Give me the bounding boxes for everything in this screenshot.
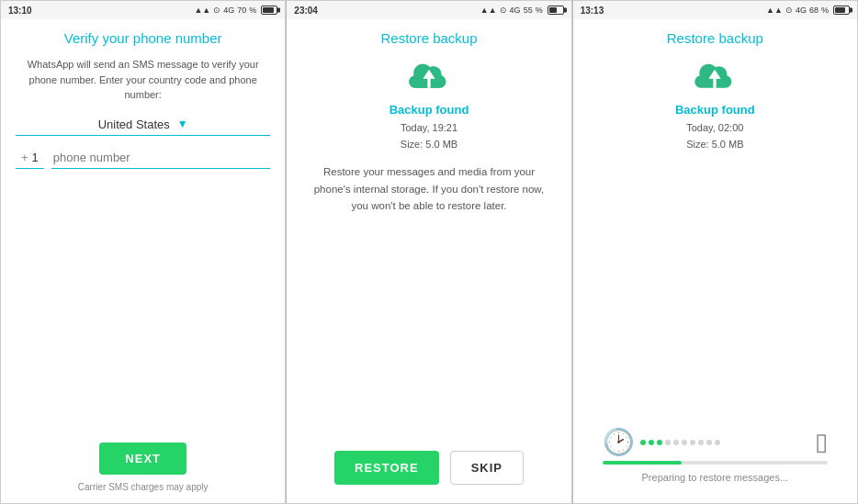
backup-date-3: Today, 02:00 xyxy=(686,122,743,133)
wifi-icon-3: ⊙ xyxy=(785,6,793,15)
wifi-icon-1: ⊙ xyxy=(213,6,220,15)
restore-button[interactable]: RESTORE xyxy=(334,451,439,485)
wifi-icon-2: ⊙ xyxy=(500,6,507,15)
backup-found-label-2: Backup found xyxy=(301,103,556,117)
battery-label-2: 55 xyxy=(524,6,533,15)
status-icons-3: ▲▲ ⊙ 4G 68 % xyxy=(766,6,850,15)
dots-line xyxy=(635,440,815,445)
signal-icon-1: ▲▲ xyxy=(194,6,210,15)
skip-button[interactable]: SKIP xyxy=(450,451,524,485)
backup-info-3: Today, 02:00 Size: 5.0 MB xyxy=(588,120,842,152)
screen-restore: 23:04 ▲▲ ⊙ 4G 55 % Restore backup xyxy=(286,0,571,504)
backup-info-2: Today, 19:21 Size: 5.0 MB xyxy=(301,120,556,152)
screen3-title: Restore backup xyxy=(588,30,842,46)
screen3-content: Restore backup Backup found Today, 02:00… xyxy=(573,19,857,503)
dot-9 xyxy=(706,440,712,445)
screen2-title: Restore backup xyxy=(301,30,556,46)
dot-8 xyxy=(698,440,704,445)
status-icons-2: ▲▲ ⊙ 4G 55 % xyxy=(480,6,564,15)
phone-outline-icon: ▯ xyxy=(815,428,828,456)
dot-1 xyxy=(640,440,646,445)
country-select-wrap[interactable]: United States ▼ xyxy=(16,118,270,136)
battery-label-3: 68 xyxy=(809,6,818,15)
signal-icon-2: ▲▲ xyxy=(480,6,497,15)
time-1: 13:10 xyxy=(8,6,32,16)
screen1-title: Verify your phone number xyxy=(16,30,270,46)
status-bar-2: 23:04 ▲▲ ⊙ 4G 55 % xyxy=(287,1,570,19)
dot-3 xyxy=(657,440,662,445)
country-code-box: + 1 xyxy=(16,147,44,169)
time-3: 13:13 xyxy=(581,6,604,16)
clock-icon: 🕑 xyxy=(603,427,635,457)
network-icon-3: 4G xyxy=(796,6,807,15)
restore-actions: RESTORE SKIP xyxy=(301,451,556,492)
progress-bar-wrap xyxy=(588,461,842,465)
backup-size-2: Size: 5.0 MB xyxy=(401,139,457,150)
network-icon-1: 4G xyxy=(223,6,234,15)
dot-10 xyxy=(715,440,720,445)
phone-number-input[interactable] xyxy=(51,147,271,169)
screens-container: 13:10 ▲▲ ⊙ 4G 70 % Verify your phone num… xyxy=(0,0,858,504)
screen-verify: 13:10 ▲▲ ⊙ 4G 70 % Verify your phone num… xyxy=(0,0,286,504)
screen1-content: Verify your phone number WhatsApp will s… xyxy=(1,19,285,503)
dot-2 xyxy=(649,440,654,445)
battery-icon-1 xyxy=(261,6,277,15)
cloud-icon-wrap-3 xyxy=(588,59,842,95)
network-icon-2: 4G xyxy=(510,6,521,15)
battery-pct-sign-3: % xyxy=(821,6,829,15)
battery-pct-sign-1: % xyxy=(249,6,256,15)
transfer-area: 🕑 ▯ xyxy=(588,427,842,457)
progress-bar-fill xyxy=(603,461,682,465)
country-label: United States xyxy=(98,118,170,131)
screen2-content: Restore backup Backup found Today, 19:21… xyxy=(287,19,570,503)
progress-bar-bg xyxy=(603,461,828,465)
preparing-text: Preparing to restore messages... xyxy=(588,472,842,483)
cloud-upload-icon-3 xyxy=(691,59,739,95)
dropdown-arrow-icon[interactable]: ▼ xyxy=(177,118,188,130)
dot-7 xyxy=(690,440,695,445)
plus-sign: + xyxy=(21,151,28,164)
battery-label-1: 70 xyxy=(237,6,246,15)
screen1-description: WhatsApp will send an SMS message to ver… xyxy=(16,57,270,103)
dot-5 xyxy=(673,440,679,445)
country-code-value: 1 xyxy=(32,151,39,164)
screen-restore-progress: 13:13 ▲▲ ⊙ 4G 68 % Restore backup Backup xyxy=(572,0,858,504)
restore-desc-2: Restore your messages and media from you… xyxy=(301,163,556,214)
phone-input-row: + 1 xyxy=(16,147,270,169)
cloud-upload-icon xyxy=(405,59,453,95)
cloud-icon-wrap xyxy=(301,59,556,95)
status-bar-1: 13:10 ▲▲ ⊙ 4G 70 % xyxy=(1,1,285,19)
battery-icon-3 xyxy=(833,6,850,15)
status-icons-1: ▲▲ ⊙ 4G 70 % xyxy=(194,6,277,15)
sms-note: Carrier SMS charges may apply xyxy=(16,482,270,492)
dot-4 xyxy=(665,440,671,445)
backup-date-2: Today, 19:21 xyxy=(401,122,457,133)
status-bar-3: 13:13 ▲▲ ⊙ 4G 68 % xyxy=(573,1,857,19)
backup-size-3: Size: 5.0 MB xyxy=(686,139,743,150)
signal-icon-3: ▲▲ xyxy=(766,6,783,15)
time-2: 23:04 xyxy=(294,6,318,16)
backup-found-label-3: Backup found xyxy=(588,103,842,117)
dot-6 xyxy=(682,440,687,445)
next-button[interactable]: NEXT xyxy=(99,442,186,475)
battery-pct-sign-2: % xyxy=(536,6,543,15)
battery-icon-2 xyxy=(548,6,564,15)
